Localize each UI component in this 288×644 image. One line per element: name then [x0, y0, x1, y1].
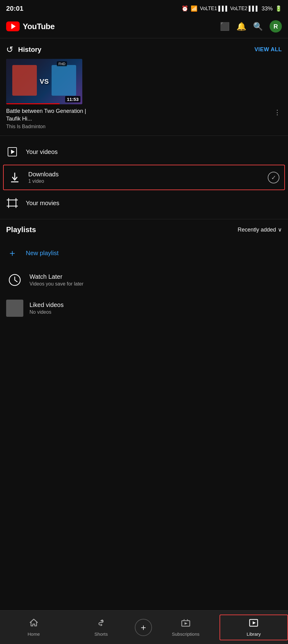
check-icon: ✓	[271, 174, 276, 181]
liked-videos-name: Liked videos	[29, 301, 282, 309]
watch-later-info: Watch Later Videos you save for later	[29, 273, 282, 287]
signal-info: VoLTE1 ▌▌▌ VoLTE2 ▌▌▌	[200, 6, 259, 11]
downloads-icon	[9, 171, 21, 184]
history-section: ↺ History VIEW ALL VS FHD 11:53	[0, 38, 288, 136]
video-title: Battle between Two Generation | Taufik H…	[6, 107, 92, 123]
video-channel: This Is Badminton	[6, 124, 92, 129]
view-all-button[interactable]: VIEW ALL	[255, 46, 282, 53]
your-movies-label: Your movies	[26, 200, 59, 207]
youtube-logo-text: YouTube	[23, 22, 55, 31]
battery-level: 33%	[262, 6, 273, 12]
history-title: History	[18, 46, 41, 54]
playlists-title: Playlists	[6, 225, 36, 234]
watch-later-name: Watch Later	[29, 273, 282, 280]
home-label: Home	[28, 631, 40, 637]
library-list-section: Your videos Downloads 1 video ✓	[0, 136, 288, 219]
library-label: Library	[247, 631, 261, 637]
your-movies-item[interactable]: Your movies	[0, 190, 288, 216]
your-videos-icon	[6, 146, 18, 158]
your-videos-label: Your videos	[26, 148, 58, 155]
nav-icons: ⬛ 🔔 🔍 R	[220, 20, 282, 33]
create-icon: ＋	[139, 623, 148, 632]
shorts-icon	[96, 618, 106, 630]
library-icon	[249, 618, 258, 630]
video-more-icon[interactable]: ⋮	[273, 107, 282, 118]
watch-later-icon	[6, 271, 23, 289]
bottom-nav: Home Shorts ＋ Subscriptions	[0, 610, 288, 644]
downloads-check-circle: ✓	[268, 172, 279, 183]
duration-badge: 11:53	[65, 96, 80, 102]
subscriptions-icon	[181, 618, 190, 630]
home-icon	[29, 618, 38, 630]
nav-tab-home[interactable]: Home	[0, 615, 68, 640]
new-playlist-item[interactable]: ＋ New playlist	[0, 240, 288, 266]
sort-dropdown[interactable]: Recently added ∨	[238, 226, 282, 233]
thumb-player-left	[12, 65, 37, 96]
cast-icon[interactable]: ⬛	[220, 22, 230, 31]
youtube-logo-icon[interactable]	[6, 21, 20, 31]
main-content: 20:01 ⏰ 📶 VoLTE1 ▌▌▌ VoLTE2 ▌▌▌ 33% 🔋 Yo…	[0, 0, 288, 362]
vs-text: VS	[40, 78, 49, 86]
history-icon: ↺	[6, 44, 13, 55]
user-avatar[interactable]: R	[270, 20, 282, 33]
downloads-item[interactable]: Downloads 1 video ✓	[3, 165, 285, 190]
create-button[interactable]: ＋	[135, 619, 152, 636]
top-nav: YouTube ⬛ 🔔 🔍 R	[0, 16, 288, 38]
search-icon[interactable]: 🔍	[253, 22, 263, 31]
plus-icon: ＋	[6, 247, 18, 259]
shorts-label: Shorts	[95, 631, 108, 637]
nav-tab-shorts[interactable]: Shorts	[68, 615, 135, 640]
watch-later-item[interactable]: Watch Later Videos you save for later	[0, 266, 288, 294]
notifications-icon[interactable]: 🔔	[236, 22, 246, 31]
video-thumbnail[interactable]: VS FHD 11:53	[6, 59, 82, 104]
chevron-down-icon: ∨	[278, 226, 282, 233]
liked-videos-subtitle: No videos	[29, 309, 282, 315]
status-icons: ⏰ 📶 VoLTE1 ▌▌▌ VoLTE2 ▌▌▌ 33% 🔋	[181, 5, 282, 12]
history-header-left: ↺ History	[6, 44, 41, 55]
svg-marker-12	[185, 622, 188, 625]
playlists-header: Playlists Recently added ∨	[0, 225, 288, 240]
your-videos-item[interactable]: Your videos	[0, 139, 288, 165]
quality-badge: FHD	[57, 61, 67, 66]
downloads-subtitle: 1 video	[28, 178, 59, 184]
nav-tab-library[interactable]: Library	[220, 615, 288, 640]
liked-videos-thumbnail	[6, 300, 23, 317]
downloads-info: Downloads 1 video	[28, 171, 59, 184]
svg-line-10	[15, 280, 17, 282]
battery-icon: 🔋	[275, 5, 282, 12]
subscriptions-label: Subscriptions	[172, 631, 200, 637]
playlists-section: Playlists Recently added ∨ ＋ New playlis…	[0, 219, 288, 325]
thumb-player-right	[52, 65, 76, 96]
status-bar: 20:01 ⏰ 📶 VoLTE1 ▌▌▌ VoLTE2 ▌▌▌ 33% 🔋	[0, 0, 288, 16]
video-info: Battle between Two Generation | Taufik H…	[6, 107, 92, 129]
svg-marker-1	[11, 150, 15, 154]
liked-videos-info: Liked videos No videos	[29, 301, 282, 315]
video-progress-bar	[6, 103, 60, 104]
svg-marker-16	[253, 621, 256, 624]
new-playlist-label: New playlist	[26, 250, 59, 257]
downloads-label: Downloads	[28, 171, 59, 178]
your-movies-icon	[6, 197, 18, 209]
liked-videos-item[interactable]: Liked videos No videos	[0, 294, 288, 322]
video-info-row: Battle between Two Generation | Taufik H…	[6, 107, 282, 129]
status-time: 20:01	[6, 5, 23, 13]
sort-label: Recently added	[238, 227, 276, 233]
history-header: ↺ History VIEW ALL	[0, 38, 288, 59]
nav-tab-subscriptions[interactable]: Subscriptions	[152, 615, 220, 640]
history-video-card[interactable]: VS FHD 11:53 Battle between Two Generati…	[0, 59, 288, 136]
alarm-icon: ⏰	[181, 5, 188, 12]
wifi-icon: 📶	[191, 5, 197, 12]
watch-later-subtitle: Videos you save for later	[29, 281, 282, 287]
logo-area: YouTube	[6, 21, 55, 31]
